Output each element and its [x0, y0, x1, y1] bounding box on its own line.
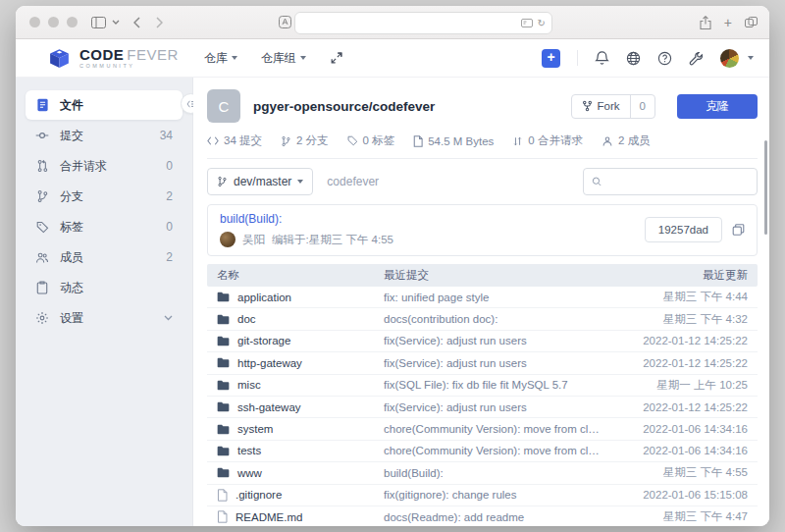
- chevron-down-icon: [232, 56, 237, 60]
- table-row[interactable]: doc docs(contribution doc): 星期三 下午 4:32: [207, 308, 758, 330]
- table-row[interactable]: application fix: unified page style 星期三 …: [207, 287, 758, 308]
- chevron-down-icon[interactable]: [748, 56, 754, 60]
- file-name-link[interactable]: doc: [237, 313, 256, 325]
- expand-icon[interactable]: [330, 51, 343, 65]
- table-row[interactable]: www build(Build): 星期三 下午 4:55: [207, 462, 758, 484]
- table-row[interactable]: http-gateway fix(Service): adjust run us…: [207, 352, 758, 374]
- copy-icon[interactable]: [732, 223, 745, 237]
- folder-icon: [217, 357, 230, 368]
- address-bar[interactable]: ↻: [294, 12, 552, 34]
- admin-wrench-icon[interactable]: [689, 51, 704, 66]
- table-row[interactable]: misc fix(SQL File): fix db file fit MySQ…: [207, 375, 758, 397]
- file-name-link[interactable]: ssh-gateway: [237, 401, 301, 413]
- chevron-down-icon: [297, 180, 303, 184]
- breadcrumb[interactable]: codefever: [327, 175, 379, 188]
- logo-cube-icon: [47, 46, 72, 71]
- help-icon[interactable]: [657, 51, 672, 66]
- sidebar-item-settings[interactable]: 设置: [26, 303, 183, 333]
- branch-selector[interactable]: dev/master: [207, 168, 313, 195]
- fork-count[interactable]: 0: [630, 95, 654, 118]
- nav-repo-groups[interactable]: 仓库组: [261, 50, 306, 67]
- sidebar-item-commits[interactable]: 提交 34: [26, 121, 183, 150]
- code-icon: [207, 135, 219, 146]
- sidebar-item-merge-requests[interactable]: 合并请求 0: [26, 151, 183, 181]
- forward-button[interactable]: [156, 17, 163, 28]
- file-name-link[interactable]: tests: [237, 445, 261, 456]
- tab-overview-icon[interactable]: [745, 17, 758, 27]
- notifications-bell-icon[interactable]: [595, 50, 609, 66]
- file-name-link[interactable]: application: [237, 292, 291, 303]
- new-tab-button[interactable]: +: [724, 15, 732, 30]
- table-row[interactable]: README.md docs(Readme): add readme 星期三 下…: [207, 506, 758, 526]
- fork-button[interactable]: Fork: [572, 95, 630, 118]
- sidebar-item-label: 设置: [60, 310, 83, 327]
- row-commit-message[interactable]: fix(SQL File): fix db file fit MySQL 5.7: [384, 379, 601, 391]
- commit-icon: [35, 129, 49, 142]
- commit-author-avatar[interactable]: [220, 232, 236, 247]
- commit-message-link[interactable]: build(Build):: [220, 212, 393, 226]
- row-commit-message[interactable]: docs(contribution doc):: [384, 313, 601, 325]
- file-name-link[interactable]: .gitignore: [236, 489, 282, 501]
- nav-repositories[interactable]: 仓库: [204, 50, 237, 67]
- reader-icon[interactable]: [279, 16, 291, 28]
- sidebar-item-files[interactable]: 文件: [26, 90, 183, 120]
- row-commit-message[interactable]: fix(gitignore): change rules: [384, 489, 601, 501]
- sidebar-count: 2: [166, 250, 173, 264]
- sidebar-item-activity[interactable]: 动态: [26, 273, 183, 302]
- file-name-link[interactable]: README.md: [236, 511, 302, 523]
- codefever-logo[interactable]: CODEFEVER COMMUNITY: [47, 46, 179, 71]
- zoom-window-button[interactable]: [67, 17, 78, 27]
- file-name-link[interactable]: misc: [237, 379, 261, 391]
- commit-author-name[interactable]: 吴阳: [242, 233, 265, 247]
- close-window-button[interactable]: [29, 17, 40, 27]
- table-row[interactable]: system chore(Community Version): move fr…: [207, 418, 758, 440]
- branch-icon: [217, 176, 228, 187]
- file-icon: [217, 510, 228, 523]
- user-avatar[interactable]: [720, 49, 739, 68]
- fork-button-group[interactable]: Fork 0: [571, 94, 655, 119]
- row-commit-message[interactable]: chore(Community Version): move from clou…: [384, 423, 601, 435]
- chevron-down-icon[interactable]: [112, 20, 120, 25]
- file-name-link[interactable]: http-gateway: [237, 357, 302, 369]
- row-commit-message[interactable]: fix: unified page style: [384, 292, 601, 303]
- logo-community-label: COMMUNITY: [79, 64, 179, 70]
- row-commit-message[interactable]: fix(Service): adjust run users: [384, 401, 601, 413]
- table-row[interactable]: tests chore(Community Version): move fro…: [207, 441, 758, 462]
- language-globe-icon[interactable]: [626, 51, 641, 66]
- window-controls[interactable]: [29, 17, 78, 27]
- sidebar-item-members[interactable]: 成员 2: [26, 242, 183, 272]
- commit-hash[interactable]: 19257dad: [645, 217, 722, 242]
- share-icon[interactable]: [700, 16, 711, 29]
- scrollbar-thumb[interactable]: [764, 140, 767, 235]
- file-table: 名称 最近提交 最近更新 application fix: unified pa…: [207, 264, 758, 526]
- file-name-link[interactable]: system: [237, 423, 273, 435]
- table-row[interactable]: ssh-gateway fix(Service): adjust run use…: [207, 397, 758, 418]
- row-commit-message[interactable]: chore(Community Version): move from clou…: [384, 445, 601, 456]
- stat-members: 2 成员: [602, 133, 651, 148]
- row-commit-message[interactable]: docs(Readme): add readme: [384, 511, 601, 523]
- row-commit-message[interactable]: build(Build):: [384, 467, 601, 479]
- file-name-link[interactable]: www: [237, 467, 262, 479]
- sidebar-item-label: 合并请求: [60, 158, 107, 175]
- reload-icon[interactable]: ↻: [538, 18, 546, 28]
- merge-request-icon: [35, 159, 49, 173]
- sidebar-item-branches[interactable]: 分支 2: [26, 182, 183, 211]
- table-row[interactable]: git-storage fix(Service): adjust run use…: [207, 331, 758, 352]
- table-row[interactable]: .gitignore fix(gitignore): change rules …: [207, 485, 758, 506]
- row-commit-message[interactable]: fix(Service): adjust run users: [384, 335, 601, 346]
- file-name-link[interactable]: git-storage: [237, 335, 290, 346]
- minimize-window-button[interactable]: [48, 17, 59, 27]
- create-new-button[interactable]: +: [542, 49, 560, 68]
- clone-button[interactable]: 克隆: [677, 94, 758, 119]
- activity-clipboard-icon: [35, 281, 49, 294]
- back-button[interactable]: [133, 17, 140, 28]
- row-commit-message[interactable]: fix(Service): adjust run users: [384, 357, 601, 369]
- search-input[interactable]: [607, 174, 749, 189]
- sidebar-toggle-icon[interactable]: [91, 17, 106, 28]
- tag-icon: [347, 135, 358, 146]
- sidebar-item-tags[interactable]: 标签 0: [26, 212, 183, 241]
- folder-icon: [217, 336, 230, 346]
- repo-title: pgyer-opensource/codefever: [253, 99, 435, 114]
- repo-avatar: C: [207, 89, 240, 123]
- search-box[interactable]: [583, 168, 758, 195]
